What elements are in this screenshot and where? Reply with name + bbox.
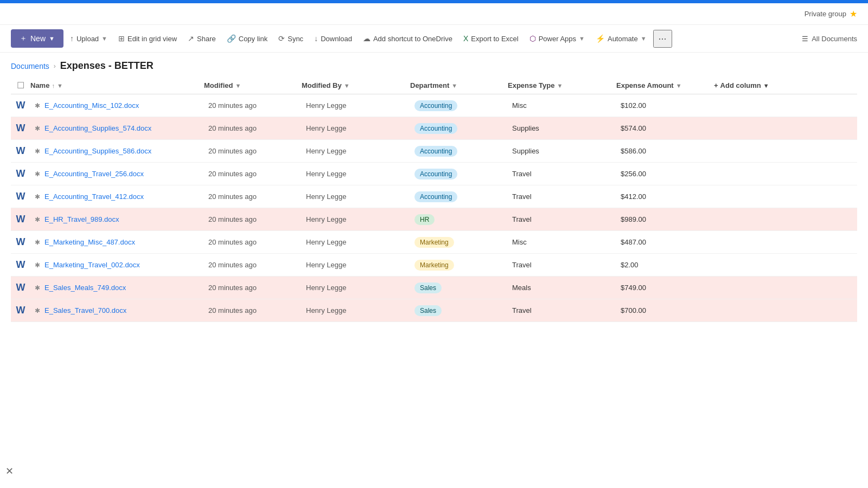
modified-by: Henry Legge [302,236,410,248]
file-name[interactable]: ✱ E_Accounting_Travel_412.docx [30,190,204,203]
department-badge-cell: Accounting [410,144,508,159]
word-icon: W [16,145,25,157]
upload-button[interactable]: ↑ Upload ▼ [66,31,112,46]
breadcrumb-current: Expenses - BETTER [60,60,154,72]
col-department-label: Department [410,81,449,89]
header-area: Private group ★ [0,3,868,25]
extra-col [714,309,812,313]
col-header-department[interactable]: Department ▼ [410,81,508,89]
new-button[interactable]: ＋ New ▼ [11,29,63,48]
expense-amount: $487.00 [616,236,714,248]
download-icon: ↓ [314,34,318,43]
modified-date: 20 minutes ago [204,236,302,248]
add-column-label: Add column [720,81,761,89]
expensetype-filter-icon[interactable]: ▼ [557,82,563,89]
star-icon[interactable]: ★ [850,9,857,19]
file-name[interactable]: ✱ E_Sales_Meals_749.docx [30,281,204,294]
file-name[interactable]: ✱ E_Accounting_Supplies_586.docx [30,145,204,157]
expense-amount: $412.00 [616,190,714,203]
download-button[interactable]: ↓ Download [310,31,356,46]
expenseamount-filter-icon[interactable]: ▼ [676,82,682,89]
copy-link-label: Copy link [239,35,267,43]
sync-button[interactable]: ⟳ Sync [274,31,308,46]
file-icon-col: W [11,123,30,134]
modified-filter-icon[interactable]: ▼ [235,82,241,89]
department-badge-cell: Accounting [410,121,508,136]
table-row: W ✱ E_Marketing_Travel_002.docx 20 minut… [11,254,857,277]
edit-grid-button[interactable]: ⊞ Edit in grid view [114,31,181,46]
copy-link-button[interactable]: 🔗 Copy link [222,31,272,46]
word-icon: W [16,100,25,111]
automate-chevron-icon: ▼ [641,35,647,42]
file-name[interactable]: ✱ E_HR_Travel_989.docx [30,213,204,226]
file-name[interactable]: ✱ E_Accounting_Misc_102.docx [30,99,204,112]
add-shortcut-button[interactable]: ☁ Add shortcut to OneDrive [359,31,457,46]
expense-amount: $256.00 [616,168,714,180]
col-header-modified[interactable]: Modified ▼ [204,81,302,89]
department-badge-cell: Accounting [410,98,508,113]
modified-by: Henry Legge [302,281,410,294]
col-header-name[interactable]: Name ↑ ▼ [30,81,204,89]
upload-chevron-icon: ▼ [101,35,107,42]
modified-date: 20 minutes ago [204,259,302,271]
word-icon: W [16,191,25,202]
col-name-label: Name [30,81,49,89]
table-row: W ✱ E_Accounting_Travel_256.docx 20 minu… [11,163,857,185]
department-badge: Sales [414,305,442,316]
extra-col [714,126,812,131]
word-icon: W [16,282,25,293]
add-column-plus-icon: + [714,81,718,89]
file-name[interactable]: ✱ E_Accounting_Travel_256.docx [30,168,204,180]
department-badge-cell: Marketing [410,235,508,250]
pin-icon: ✱ [35,284,40,292]
col-header-expenseamount[interactable]: Expense Amount ▼ [616,81,714,89]
department-badge: Accounting [414,123,457,134]
file-name[interactable]: ✱ E_Sales_Travel_700.docx [30,304,204,317]
header-checkbox-col: ☐ [11,80,30,91]
plus-icon: ＋ [20,34,27,43]
col-modified-label: Modified [204,81,233,89]
share-icon: ↗ [188,34,194,43]
rows-container: W ✱ E_Accounting_Misc_102.docx 20 minute… [11,94,857,322]
excel-icon: X [463,34,468,43]
table-row: W ✱ E_Accounting_Travel_412.docx 20 minu… [11,185,857,208]
expense-type: Travel [508,168,616,180]
expense-type: Travel [508,213,616,226]
more-button[interactable]: ··· [653,30,672,48]
sync-icon: ⟳ [278,34,285,43]
all-documents-button[interactable]: ☰ All Documents [802,35,857,43]
table-row: W ✱ E_HR_Travel_989.docx 20 minutes ago … [11,208,857,231]
table-row: W ✱ E_Accounting_Supplies_574.docx 20 mi… [11,117,857,140]
file-icon-col: W [11,100,30,111]
modifiedby-filter-icon[interactable]: ▼ [344,82,350,89]
department-badge: Sales [414,282,442,293]
power-apps-button[interactable]: ⬡ Power Apps ▼ [525,31,589,46]
word-icon: W [16,236,25,248]
extra-col [714,172,812,176]
expense-type: Travel [508,259,616,271]
department-filter-icon[interactable]: ▼ [451,82,457,89]
table-row: W ✱ E_Accounting_Misc_102.docx 20 minute… [11,94,857,117]
automate-button[interactable]: ⚡ Automate ▼ [591,31,651,46]
word-icon: W [16,168,25,179]
expense-amount: $574.00 [616,122,714,134]
file-name[interactable]: ✱ E_Marketing_Travel_002.docx [30,259,204,271]
file-name[interactable]: ✱ E_Accounting_Supplies_574.docx [30,122,204,134]
breadcrumb-documents[interactable]: Documents [11,62,49,70]
name-filter-icon[interactable]: ▼ [57,82,63,89]
export-excel-button[interactable]: X Export to Excel [459,31,523,46]
share-button[interactable]: ↗ Share [183,31,220,46]
department-badge: Accounting [414,191,457,202]
file-name[interactable]: ✱ E_Marketing_Misc_487.docx [30,236,204,248]
col-header-modifiedby[interactable]: Modified By ▼ [302,81,410,89]
department-badge: HR [414,214,435,225]
col-header-expensetype[interactable]: Expense Type ▼ [508,81,616,89]
department-badge: Marketing [414,260,454,271]
modified-by: Henry Legge [302,213,410,226]
modified-by: Henry Legge [302,122,410,134]
department-badge: Marketing [414,237,454,248]
toolbar: ＋ New ▼ ↑ Upload ▼ ⊞ Edit in grid view ↗… [0,25,868,53]
edit-grid-label: Edit in grid view [127,35,177,43]
extra-col [714,104,812,108]
add-column-button[interactable]: + Add column ▼ [714,81,812,89]
